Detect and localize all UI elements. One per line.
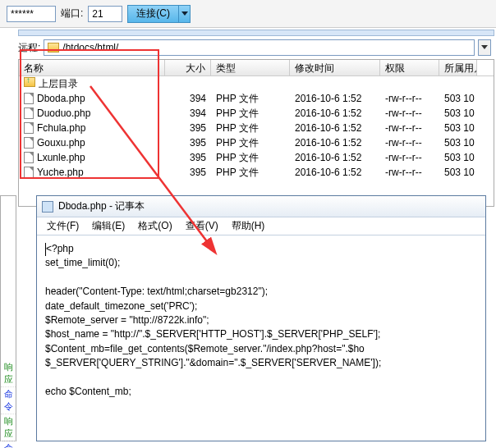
remote-path-input[interactable]: /htdocs/html/: [44, 39, 475, 56]
file-icon: [24, 107, 34, 119]
table-row[interactable]: Dboda.php394PHP 文件2016-10-6 1:52-rw-r--r…: [19, 91, 494, 106]
remote-label: 远程:: [18, 41, 40, 55]
connection-toolbar: 端口: 连接(C): [0, 0, 496, 28]
sideband-item: 响应: [1, 360, 16, 387]
password-input[interactable]: [7, 6, 56, 22]
notepad-titlebar[interactable]: Dboda.php - 记事本: [37, 196, 485, 217]
folder-up-icon: [24, 77, 35, 87]
col-size[interactable]: 大小: [165, 60, 211, 75]
file-list-header: 名称 大小 类型 修改时间 权限 所属用户: [19, 60, 494, 76]
file-list-body: 上层目录 Dboda.php394PHP 文件2016-10-6 1:52-rw…: [19, 76, 494, 180]
remote-path-row: 远程: /htdocs/html/: [0, 38, 496, 57]
folder-icon: [48, 43, 59, 53]
path-dropdown-button[interactable]: [478, 39, 491, 56]
sideband-item: 命令: [1, 387, 16, 414]
col-type[interactable]: 类型: [211, 60, 290, 75]
svg-marker-1: [481, 45, 488, 49]
notepad-icon: [42, 201, 53, 213]
menu-file[interactable]: 文件(F): [42, 217, 84, 235]
file-icon: [24, 122, 34, 134]
table-row[interactable]: Duoduo.php394PHP 文件2016-10-6 1:52-rw-r--…: [19, 106, 494, 121]
file-icon: [24, 137, 34, 149]
port-label: 端口:: [61, 7, 83, 21]
divider-bar: [18, 30, 494, 36]
file-icon: [24, 152, 34, 163]
sideband-item: 命令: [1, 441, 16, 448]
up-directory-row[interactable]: 上层目录: [19, 76, 494, 91]
table-row[interactable]: Fchula.php395PHP 文件2016-10-6 1:52-rw-r--…: [19, 121, 494, 135]
col-owner[interactable]: 所属用户: [439, 60, 477, 75]
connect-button[interactable]: 连接(C): [127, 5, 179, 23]
table-row[interactable]: Yuche.php395PHP 文件2016-10-6 1:52-rw-r--r…: [19, 165, 494, 180]
up-dir-label: 上层目录: [39, 78, 78, 89]
menu-edit[interactable]: 编辑(E): [87, 217, 130, 235]
col-perm[interactable]: 权限: [380, 60, 439, 75]
remote-path-text: /htdocs/html/: [62, 42, 118, 53]
menu-view[interactable]: 查看(V): [181, 217, 223, 235]
file-list-panel: 名称 大小 类型 修改时间 权限 所属用户 上层目录 Dboda.php394P…: [18, 59, 494, 207]
table-row[interactable]: Lxunle.php395PHP 文件2016-10-6 1:52-rw-r--…: [19, 150, 494, 165]
col-name[interactable]: 名称: [19, 60, 165, 75]
file-icon: [24, 167, 34, 178]
table-row[interactable]: Gouxu.php395PHP 文件2016-10-6 1:52-rw-r--r…: [19, 135, 494, 150]
file-icon: [24, 93, 34, 104]
notepad-title-text: Dboda.php - 记事本: [58, 199, 145, 213]
notepad-window: Dboda.php - 记事本 文件(F) 编辑(E) 格式(O) 查看(V) …: [36, 195, 486, 441]
chevron-down-icon: [481, 45, 488, 50]
connect-dropdown-icon[interactable]: [179, 5, 191, 23]
col-modified[interactable]: 修改时间: [290, 60, 380, 75]
port-input[interactable]: [88, 6, 122, 22]
notepad-text-area[interactable]: <?php set_time_limit(0); header("Content…: [37, 235, 485, 405]
log-sideband: 响应 命令 响应 命令 响应 状态 状态 命令: [0, 195, 16, 441]
sideband-item: 响应: [1, 414, 16, 441]
notepad-menubar: 文件(F) 编辑(E) 格式(O) 查看(V) 帮助(H): [37, 217, 485, 235]
menu-format[interactable]: 格式(O): [133, 217, 177, 235]
svg-marker-0: [181, 11, 188, 16]
menu-help[interactable]: 帮助(H): [227, 217, 270, 235]
